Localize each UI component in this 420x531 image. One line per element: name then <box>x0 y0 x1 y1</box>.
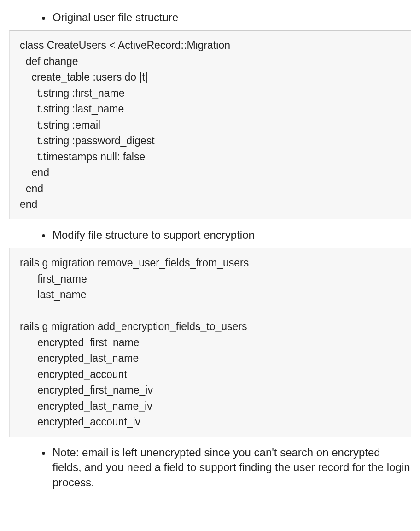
bullet-note-email: Note: email is left unencrypted since yo… <box>52 445 411 490</box>
code-block-migrations: rails g migration remove_user_fields_fro… <box>9 248 411 437</box>
bullet-list-1: Original user file structure <box>9 10 411 25</box>
bullet-list-2: Modify file structure to support encrypt… <box>9 228 411 242</box>
bullet-list-3: Note: email is left unencrypted since yo… <box>9 445 411 490</box>
bullet-original-structure: Original user file structure <box>52 10 411 25</box>
code-block-create-users: class CreateUsers < ActiveRecord::Migrat… <box>9 30 411 219</box>
bullet-modify-structure: Modify file structure to support encrypt… <box>52 228 411 242</box>
